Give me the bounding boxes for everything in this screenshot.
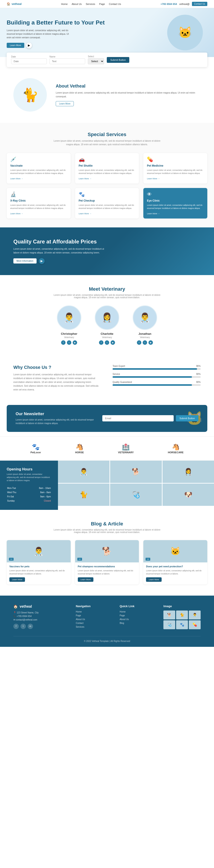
team-subtitle: Lorem ipsum dolor sit amet, consectetur …: [51, 294, 163, 299]
team-member-role: Veterinary: [57, 336, 81, 339]
newsletter-email-input[interactable]: [102, 415, 174, 422]
blog-card-image: 👨‍⚕️ 14: [7, 540, 71, 562]
footer-quicklink-link[interactable]: Page: [120, 614, 157, 617]
nav-about[interactable]: About Us: [71, 3, 82, 5]
service-learn-more-link[interactable]: Learn More →: [147, 178, 160, 180]
service-learn-more-link[interactable]: Learn More →: [10, 213, 23, 215]
service-card: 🔬 X-Ray Clinic Lorem ipsum dolor sit ame…: [7, 188, 71, 218]
nav-contact[interactable]: Contact Us: [109, 3, 121, 5]
team-youtube-icon[interactable]: ▶: [73, 340, 77, 345]
brand-name: PetLocer: [31, 451, 41, 454]
footer-nav-link[interactable]: About Us: [76, 618, 113, 621]
quality-buttons: More Information ▶: [13, 258, 201, 264]
team-avatar: 👨‍⚕️: [57, 305, 81, 330]
team-twitter-icon[interactable]: t: [105, 340, 109, 345]
footer-nav-link[interactable]: Services: [76, 626, 113, 628]
service-icon: 🚗: [79, 157, 135, 162]
footer-quicklink-link[interactable]: About Us: [120, 618, 157, 621]
hours-days: Wed-Thu: [7, 491, 26, 494]
quality-description: Lorem ipsum dolor sit amet, consectetur …: [13, 247, 107, 255]
progress-item: Team Expert 96%: [113, 365, 201, 370]
footer-nav-link[interactable]: Home: [76, 611, 113, 613]
team-facebook-icon[interactable]: f: [99, 340, 103, 345]
opening-section: Opening Hours Lorem ipsum dolor sit amet…: [0, 461, 214, 510]
newsletter-title: Our Newsletter: [16, 412, 96, 416]
blog-card-learn-more-button[interactable]: Learn More: [146, 577, 162, 582]
hero-buttons: Learn More ▶: [7, 42, 207, 48]
service-learn-more-link[interactable]: Learn More →: [10, 178, 23, 180]
hours-row: Wed-Thu 8am - 8am: [7, 491, 51, 494]
progress-label: Team Expert 96%: [113, 365, 201, 367]
service-learn-more-link[interactable]: Learn More →: [79, 178, 92, 180]
blog-card: 🐕 14 Pet shampoo recommendations Lorem i…: [75, 540, 139, 585]
blog-card-learn-more-button[interactable]: Learn More: [9, 577, 25, 582]
hero-play-button[interactable]: ▶: [26, 42, 32, 48]
quality-title: Quality Care at Affordable Prices: [13, 239, 201, 245]
footer-quicklink-link[interactable]: Home: [120, 611, 157, 613]
service-title: Pet Checkup: [79, 199, 135, 202]
footer-instagram-icon[interactable]: in: [28, 624, 33, 629]
brand-logo: 🏥 VETERINARY: [118, 443, 134, 454]
footer-thumb-2: 🐈: [176, 611, 188, 619]
blog-card-body: Pet shampoo recommendations Lorem ipsum …: [75, 562, 139, 585]
blog-card-tag: 14: [146, 558, 150, 561]
hero-section: Building a Better Future to Your Pet Lor…: [0, 8, 214, 57]
service-learn-more-link[interactable]: Learn More →: [147, 213, 160, 215]
footer-facebook-icon[interactable]: f: [13, 624, 19, 629]
nav-cta-button[interactable]: Contact Us: [192, 2, 207, 6]
progress-bar-bg: [113, 368, 201, 370]
newsletter-submit-button[interactable]: Submit Button: [176, 415, 198, 422]
team-twitter-icon[interactable]: t: [143, 340, 147, 345]
quality-section: Quality Care at Affordable Prices Lorem …: [0, 227, 214, 275]
team-facebook-icon[interactable]: f: [137, 340, 141, 345]
about-text: About Vetheal Lorem ipsum dolor sit amet…: [56, 84, 201, 106]
quality-play-button[interactable]: ▶: [39, 258, 44, 264]
footer-logo: 🏠 vetheal: [13, 604, 69, 609]
nav-home[interactable]: Home: [61, 3, 67, 5]
team-twitter-icon[interactable]: t: [67, 340, 71, 345]
team-youtube-icon[interactable]: ▶: [149, 340, 153, 345]
progress-name: Quality Guaranteed: [113, 381, 132, 383]
progress-name: Service: [113, 373, 120, 375]
blog-card-learn-more-button[interactable]: Learn More: [78, 577, 93, 582]
quality-info-button[interactable]: More Information: [13, 258, 36, 264]
footer-thumb-4: 🩺: [163, 620, 175, 629]
service-learn-more-link[interactable]: Learn More →: [79, 213, 92, 215]
why-title: Why Choose Us ?: [13, 365, 101, 370]
brand-icon: 🐴: [75, 443, 84, 451]
services-grid: 💉 Vaccinate Lorem ipsum dolor sit amet, …: [7, 153, 207, 218]
quality-content: Quality Care at Affordable Prices Lorem …: [13, 239, 201, 264]
hero-learn-more-button[interactable]: Learn More: [7, 43, 24, 48]
form-submit-button[interactable]: Submit Button: [107, 57, 129, 63]
footer-thumb-1: 🐕: [163, 611, 175, 619]
footer-nav-link[interactable]: Contact: [76, 622, 113, 624]
about-learn-more-button[interactable]: Learn More: [56, 101, 74, 106]
service-icon: 💊: [147, 157, 204, 162]
navbar: 🏠 vetheal Home About Us Services Page Co…: [0, 0, 214, 8]
date-input[interactable]: [11, 58, 47, 64]
team-facebook-icon[interactable]: f: [61, 340, 65, 345]
service-card: 👁 Eye Clinic Lorem ipsum dolor sit amet,…: [143, 188, 207, 218]
name-input[interactable]: [50, 58, 85, 64]
logo-text: vetheal: [11, 2, 22, 6]
footer-nav-title: Navigation: [76, 604, 113, 608]
service-card: 🐾 Pet Checkup Lorem ipsum dolor sit amet…: [75, 188, 139, 218]
brand-name: VETERINARY: [118, 451, 134, 454]
footer-nav-link[interactable]: Page: [76, 614, 113, 617]
team-youtube-icon[interactable]: ▶: [111, 340, 115, 345]
blog-card-description: Lorem ipsum dolor sit amet, consectetur …: [78, 569, 136, 576]
footer-contact-item: ✉ contact@vetheal.com: [13, 619, 69, 621]
footer-twitter-icon[interactable]: t: [21, 624, 26, 629]
service-card: 💊 Pet Medicine Lorem ipsum dolor sit ame…: [143, 153, 207, 184]
newsletter-section: Our Newsletter Lorem ipsum dolor sit ame…: [7, 405, 207, 432]
footer: 🏠 vetheal 📍 123 Street Name, City📞 +765 …: [0, 596, 214, 647]
footer-grid: 🏠 vetheal 📍 123 Street Name, City📞 +765 …: [13, 604, 201, 629]
nav-services[interactable]: Services: [86, 3, 95, 5]
footer-quicklink-title: Quick Link: [120, 604, 157, 608]
service-select[interactable]: Select: [88, 58, 104, 64]
nav-contact-info: +765 6564 654 vetheal@ Contact Us: [160, 2, 207, 6]
footer-quicklink-link[interactable]: Blog: [120, 622, 157, 624]
nav-page[interactable]: Page: [99, 3, 105, 5]
team-avatar: 👨‍⚕️: [133, 305, 157, 330]
service-description: Lorem ipsum dolor sit amet, consectetur …: [79, 204, 135, 210]
